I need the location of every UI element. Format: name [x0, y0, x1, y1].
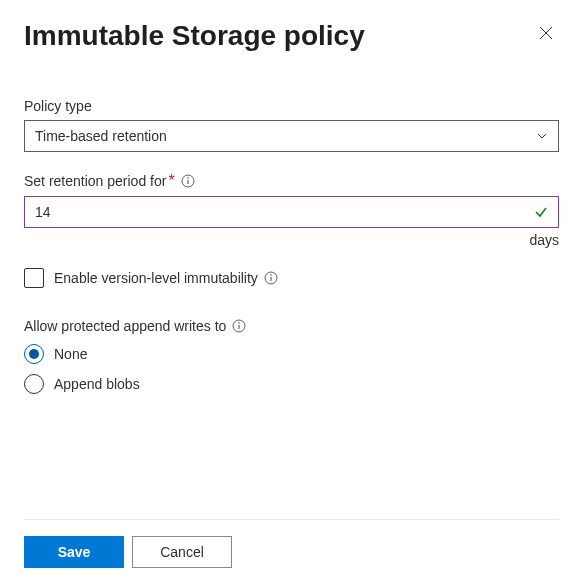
append-writes-radio-none[interactable]: None: [24, 344, 559, 364]
panel-title: Immutable Storage policy: [24, 20, 365, 52]
append-writes-radio-append[interactable]: Append blobs: [24, 374, 559, 394]
version-immutability-checkbox-row[interactable]: Enable version-level immutability: [24, 268, 559, 288]
form-body: Policy type Time-based retention Set ret…: [24, 98, 559, 519]
svg-point-9: [239, 322, 241, 324]
append-writes-label: Allow protected append writes to: [24, 318, 226, 334]
policy-type-label: Policy type: [24, 98, 559, 114]
radio-append-label: Append blobs: [54, 376, 140, 392]
close-icon: [539, 26, 553, 40]
version-immutability-checkbox[interactable]: [24, 268, 44, 288]
append-writes-label-row: Allow protected append writes to: [24, 318, 559, 334]
required-star: *: [168, 172, 174, 190]
info-icon[interactable]: [181, 174, 195, 188]
retention-label-row: Set retention period for *: [24, 172, 559, 190]
info-icon[interactable]: [264, 271, 278, 285]
retention-input-wrap: [24, 196, 559, 228]
append-writes-group: Allow protected append writes to None A: [24, 318, 559, 394]
close-button[interactable]: [533, 20, 559, 46]
policy-type-selected-text: Time-based retention: [35, 128, 536, 144]
policy-type-field: Policy type Time-based retention: [24, 98, 559, 152]
retention-field: Set retention period for * days: [24, 172, 559, 248]
panel-footer: Save Cancel: [24, 519, 559, 586]
radio-circle: [24, 374, 44, 394]
chevron-down-icon: [536, 130, 548, 142]
check-icon: [534, 205, 548, 219]
version-immutability-label: Enable version-level immutability: [54, 270, 258, 286]
retention-unit: days: [24, 232, 559, 248]
panel-header: Immutable Storage policy: [24, 20, 559, 52]
policy-type-select[interactable]: Time-based retention: [24, 120, 559, 152]
radio-none-label: None: [54, 346, 87, 362]
retention-input[interactable]: [35, 204, 548, 220]
retention-label: Set retention period for: [24, 173, 166, 189]
save-button[interactable]: Save: [24, 536, 124, 568]
cancel-button[interactable]: Cancel: [132, 536, 232, 568]
immutable-storage-policy-panel: Immutable Storage policy Policy type Tim…: [0, 0, 583, 586]
svg-point-3: [187, 177, 189, 179]
info-icon[interactable]: [232, 319, 246, 333]
radio-dot-icon: [29, 349, 39, 359]
radio-circle: [24, 344, 44, 364]
svg-point-6: [270, 274, 272, 276]
